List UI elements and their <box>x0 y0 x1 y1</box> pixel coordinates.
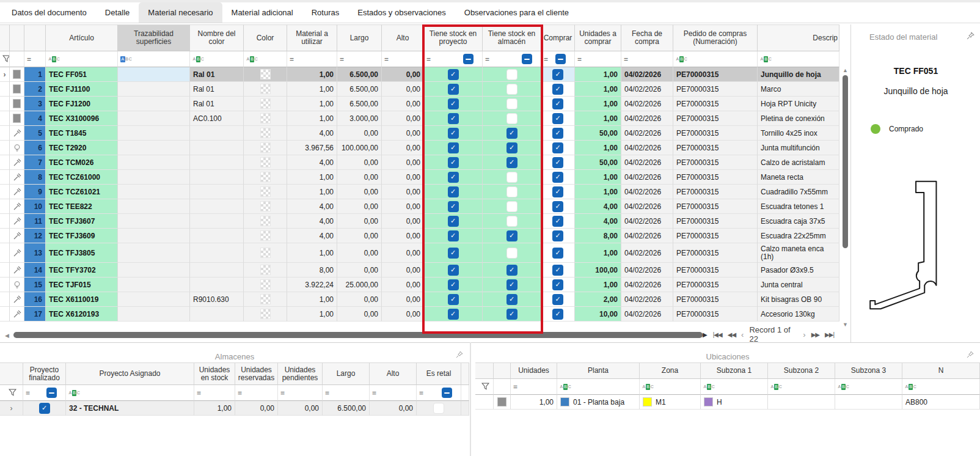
checkbox[interactable] <box>506 157 517 168</box>
filter-cell-largo[interactable]: = <box>337 51 382 67</box>
checkbox[interactable] <box>448 186 459 197</box>
filter-cell-trazabilidad[interactable]: ABC <box>118 51 190 67</box>
checkbox[interactable] <box>448 142 459 153</box>
table-row[interactable]: 4TEC X3100096AC0.1001,003.000,000,001,00… <box>0 111 840 126</box>
ubicaciones-header-subzona2[interactable]: Subzona 2 <box>768 362 835 379</box>
horizontal-scrollbar-thumb[interactable] <box>13 332 703 338</box>
almacenes-header-es_retal[interactable]: Es retal <box>417 362 461 385</box>
table-row[interactable]: 12TEC TFJ36094,000,000,008,0004/02/2026P… <box>0 229 840 243</box>
expand-cell[interactable] <box>0 307 10 322</box>
ubicaciones-header-planta[interactable]: Planta <box>557 362 640 379</box>
checkbox[interactable] <box>39 403 50 414</box>
checkbox[interactable] <box>506 216 517 227</box>
table-row[interactable]: 11TEC TFJ36074,000,000,004,0004/02/2026P… <box>0 214 840 229</box>
filter-funnel-icon[interactable] <box>2 55 10 63</box>
column-header-nombre_color[interactable]: Nombre del color <box>190 24 244 51</box>
table-row[interactable]: 16TEC X6110019R9010.6301,000,000,002,000… <box>0 292 840 307</box>
ubicaciones-header-unidades[interactable]: Unidades <box>511 362 557 379</box>
ubicaciones-filter-zona[interactable]: ABC <box>640 379 701 395</box>
expand-cell[interactable] <box>0 278 10 292</box>
scroll-left-icon[interactable]: ◀ <box>5 333 9 339</box>
table-row[interactable]: 6TEC T29203.967,56100.000,000,001,0004/0… <box>0 141 840 155</box>
ubicaciones-header-n[interactable]: N <box>902 362 980 379</box>
column-header-descripcion[interactable]: Descrip <box>758 24 839 51</box>
expand-cell[interactable] <box>0 229 10 243</box>
indeterminate-checkbox[interactable] <box>46 388 57 398</box>
filter-cell-icon[interactable] <box>10 51 24 67</box>
table-row[interactable]: 17TEC X61201931,000,000,0010,0004/02/202… <box>0 307 840 322</box>
checkbox[interactable] <box>448 265 459 276</box>
table-row[interactable]: 15TEC TJF0153.922,2425.000,000,001,0004/… <box>0 278 840 292</box>
checkbox[interactable] <box>448 172 459 183</box>
filter-cell-num[interactable]: = <box>24 51 46 67</box>
checkbox[interactable] <box>506 172 517 183</box>
almacenes-header-proyecto_asignado[interactable]: Proyecto Asignado <box>66 362 194 385</box>
filter-funnel-icon[interactable] <box>481 383 489 391</box>
filter-cell-fecha[interactable]: = <box>621 51 673 67</box>
filter-cell-stock_almacen[interactable]: = <box>483 51 541 67</box>
expand-cell[interactable] <box>0 214 10 229</box>
ubicaciones-header-subzona1[interactable]: Subzona 1 <box>701 362 768 379</box>
checkbox[interactable] <box>552 230 563 241</box>
column-header-num[interactable] <box>24 24 46 51</box>
checkbox[interactable] <box>506 309 517 320</box>
filter-cell-material[interactable]: = <box>287 51 337 67</box>
checkbox[interactable] <box>552 265 563 276</box>
checkbox[interactable] <box>506 230 517 241</box>
column-header-comprar[interactable]: Comprar <box>541 24 575 51</box>
almacenes-filter-proyecto_asignado[interactable]: ABC <box>66 385 194 401</box>
table-row[interactable]: 2TEC FJ1100Ral 011,006.500,000,001,0004/… <box>0 82 840 97</box>
table-row[interactable]: 14TEC TFY37028,000,000,00100,0004/02/202… <box>0 263 840 278</box>
checkbox[interactable] <box>552 294 563 305</box>
checkbox[interactable] <box>506 279 517 290</box>
expand-arrow-icon[interactable]: › <box>10 404 13 413</box>
checkbox[interactable] <box>552 201 563 212</box>
filter-cell-nombre_color[interactable]: ABC <box>190 51 244 67</box>
checkbox[interactable] <box>552 172 563 183</box>
table-row[interactable]: ›1TEC FF051Ral 011,006.500,000,001,0004/… <box>0 67 840 82</box>
checkbox[interactable] <box>448 216 459 227</box>
ubicaciones-filter-filter_gutter[interactable] <box>475 379 494 395</box>
ubicaciones-header-zona[interactable]: Zona <box>640 362 701 379</box>
scroll-up-icon[interactable]: ▲ <box>843 67 848 73</box>
expand-cell[interactable]: › <box>0 401 23 416</box>
checkbox[interactable] <box>506 98 517 109</box>
column-header-color[interactable]: Color <box>244 24 287 51</box>
almacenes-filter-unidades_reservadas[interactable]: = <box>235 385 278 401</box>
almacenes-filter-es_retal[interactable]: = <box>417 385 461 401</box>
checkbox[interactable] <box>552 69 563 80</box>
almacenes-filter-largo[interactable]: = <box>323 385 370 401</box>
table-row[interactable]: 3TEC FJ1200Ral 011,006.500,000,001,0004/… <box>0 97 840 111</box>
checkbox[interactable] <box>448 294 459 305</box>
expand-arrow-icon[interactable]: › <box>4 70 6 79</box>
checkbox[interactable] <box>433 403 444 414</box>
almacenes-header-gutter[interactable] <box>0 362 23 385</box>
checkbox[interactable] <box>506 248 517 259</box>
checkbox[interactable] <box>506 294 517 305</box>
table-row[interactable]: 13TEC TFJ38051,000,000,001,0004/02/2026P… <box>0 243 840 263</box>
ubicaciones-header-filter_gutter[interactable] <box>475 362 494 379</box>
checkbox[interactable] <box>448 248 459 259</box>
tab-material-adicional[interactable]: Material adicional <box>222 2 302 23</box>
expand-cell[interactable] <box>0 111 10 126</box>
checkbox[interactable] <box>552 142 563 153</box>
expand-cell[interactable] <box>0 292 10 307</box>
ubicaciones-filter-subzona3[interactable]: ABC <box>835 379 902 395</box>
checkbox[interactable] <box>552 216 563 227</box>
checkbox[interactable] <box>552 279 563 290</box>
expand-cell[interactable] <box>0 170 10 185</box>
column-header-stock_proyecto[interactable]: Tiene stock en proyecto <box>424 24 483 51</box>
checkbox[interactable] <box>552 128 563 139</box>
expand-cell[interactable] <box>0 243 10 263</box>
ubicaciones-header-icon_gutter[interactable] <box>494 362 511 379</box>
checkbox[interactable] <box>552 113 563 124</box>
almacenes-header-unidades_stock[interactable]: Unidades en stock <box>194 362 235 385</box>
checkbox[interactable] <box>506 128 517 139</box>
checkbox[interactable] <box>552 186 563 197</box>
nav-play-icon[interactable]: ▶ <box>703 331 708 338</box>
almacenes-header-unidades_reservadas[interactable]: Unidades reservadas <box>235 362 278 385</box>
pin-icon[interactable] <box>967 351 974 360</box>
almacenes-filter-unidades_stock[interactable]: = <box>194 385 235 401</box>
vertical-scrollbar-thumb[interactable] <box>843 75 848 248</box>
column-header-pedido[interactable]: Pedido de compras (Numeración) <box>673 24 758 51</box>
